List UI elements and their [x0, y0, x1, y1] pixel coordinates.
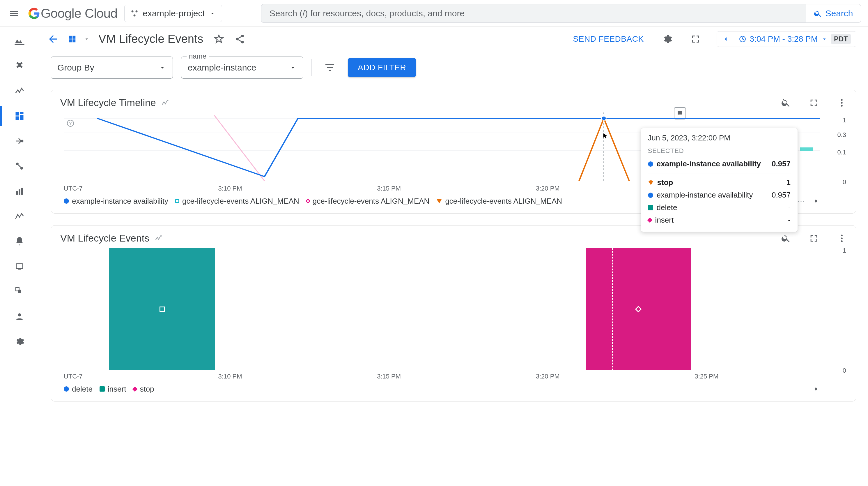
tooltip-section-label: SELECTED [648, 147, 790, 155]
svg-rect-15 [18, 269, 21, 270]
search-icon [813, 9, 822, 18]
xtick: 3:10 PM [218, 373, 242, 380]
search-placeholder: Search (/) for resources, docs, products… [270, 8, 465, 18]
send-feedback-link[interactable]: SEND FEEDBACK [573, 34, 644, 44]
nav-dashboards-icon[interactable] [14, 110, 25, 122]
legend-item[interactable]: delete [64, 384, 93, 394]
time-range-picker[interactable]: 3:04 PM - 3:28 PM PDT [717, 31, 856, 47]
google-cloud-logo[interactable]: Google Cloud [28, 6, 117, 21]
name-filter-select[interactable]: name example-instance [181, 57, 303, 79]
ytick: 1 [843, 247, 846, 254]
chart-tooltip: Jun 5, 2023, 3:22:00 PM SELECTED example… [641, 128, 798, 232]
legend-expand-icon[interactable] [812, 195, 820, 207]
svg-rect-3 [14, 44, 24, 45]
svg-rect-12 [19, 190, 20, 195]
xtick: 3:15 PM [377, 373, 401, 380]
time-range-prev-icon[interactable] [722, 35, 734, 42]
bar-stop [586, 248, 692, 370]
nav-settings-icon[interactable] [14, 336, 25, 347]
more-icon[interactable] [837, 98, 847, 108]
nav-slos-icon[interactable] [14, 160, 25, 172]
add-filter-button[interactable]: ADD FILTER [348, 58, 416, 77]
svg-point-39 [601, 116, 606, 120]
chevron-down-icon[interactable] [84, 36, 90, 42]
back-button[interactable] [46, 32, 60, 46]
nav-integrations-icon[interactable] [14, 135, 25, 147]
group-by-select[interactable]: Group By [51, 57, 173, 79]
legend-item[interactable]: example-instance availability [64, 197, 168, 206]
nav-trace-icon[interactable] [14, 210, 25, 222]
page-header: VM Lifecycle Events SEND FEEDBACK 3:04 P… [39, 27, 868, 51]
chevron-down-icon [289, 64, 297, 72]
legend-item[interactable]: gce-lifecycle-events ALIGN_MEAN [436, 197, 562, 206]
filter-icon[interactable] [324, 62, 336, 74]
help-icon[interactable]: ? [67, 119, 74, 127]
tooltip-row: stop 1 [648, 176, 790, 189]
tooltip-row: example-instance availability 0.957 [648, 158, 790, 170]
svg-point-18 [18, 313, 21, 316]
svg-point-28 [841, 99, 843, 101]
top-bar: Google Cloud example-project Search (/) … [0, 0, 868, 27]
time-range-text: 3:04 PM - 3:28 PM [750, 34, 818, 44]
xtick: 3:25 PM [694, 373, 718, 380]
cursor-line [612, 248, 613, 370]
card-events: VM Lifecycle Events [51, 225, 856, 401]
chevron-down-icon [821, 36, 828, 42]
dashboard-type-icon[interactable] [67, 34, 77, 44]
left-nav [0, 27, 39, 486]
tooltip-time: Jun 5, 2023, 3:22:00 PM [648, 134, 790, 142]
fullscreen-icon[interactable] [809, 233, 819, 243]
nav-monitoring-icon[interactable] [14, 35, 25, 47]
search-button[interactable]: Search [806, 4, 861, 23]
svg-rect-5 [20, 112, 23, 115]
svg-rect-20 [72, 35, 75, 38]
tz-label: UTC-7 [64, 185, 83, 192]
nav-services-icon[interactable] [14, 60, 25, 72]
search-input[interactable]: Search (/) for resources, docs, products… [261, 4, 806, 23]
legend-item[interactable]: insert [99, 384, 126, 394]
zoom-reset-icon[interactable] [781, 233, 791, 243]
timezone-badge: PDT [831, 34, 851, 44]
nav-permissions-icon[interactable] [14, 311, 25, 322]
divider [311, 59, 312, 76]
nav-reports-icon[interactable] [14, 185, 25, 197]
stats-icon[interactable] [161, 99, 169, 107]
svg-rect-14 [16, 264, 23, 269]
more-icon[interactable] [837, 233, 847, 243]
nav-uptime-icon[interactable] [14, 260, 25, 272]
project-name: example-project [143, 8, 205, 18]
svg-rect-19 [69, 35, 72, 38]
clock-icon [739, 35, 746, 43]
svg-text:?: ? [69, 121, 72, 125]
svg-point-27 [167, 99, 168, 101]
name-filter-value: example-instance [188, 63, 256, 73]
legend-expand-icon[interactable] [812, 382, 820, 395]
svg-point-30 [841, 105, 843, 107]
group-by-label: Group By [57, 63, 94, 73]
stats-icon[interactable] [155, 234, 163, 242]
svg-rect-21 [69, 39, 72, 42]
project-picker[interactable]: example-project [124, 5, 222, 22]
settings-icon[interactable] [662, 34, 672, 44]
legend-item[interactable]: gce-lifecycle-events ALIGN_MEAN [175, 197, 299, 206]
svg-point-43 [841, 240, 843, 242]
card-events-title: VM Lifecycle Events [60, 232, 149, 244]
nav-alerting-icon[interactable] [14, 235, 25, 247]
chart-events[interactable]: 1 0 UTC-7 3:10 PM 3:15 PM 3:20 PM 3:25 P… [58, 248, 849, 395]
project-icon [130, 9, 138, 18]
nav-groups-icon[interactable] [14, 286, 25, 297]
page-title: VM Lifecycle Events [98, 32, 203, 46]
share-icon[interactable] [235, 34, 245, 44]
hamburger-menu-icon[interactable] [7, 6, 21, 20]
svg-point-8 [21, 140, 23, 142]
fullscreen-icon[interactable] [690, 34, 701, 44]
card-timeline: VM Lifecycle Timeline ? [51, 90, 856, 213]
zoom-reset-icon[interactable] [781, 98, 791, 108]
legend-item[interactable]: stop [133, 384, 154, 394]
svg-point-2 [134, 14, 136, 16]
svg-rect-22 [72, 39, 75, 42]
legend-item[interactable]: gce-lifecycle-events ALIGN_MEAN [306, 197, 430, 206]
fullscreen-icon[interactable] [809, 98, 819, 108]
star-icon[interactable] [214, 34, 224, 44]
nav-metrics-icon[interactable] [14, 85, 25, 97]
